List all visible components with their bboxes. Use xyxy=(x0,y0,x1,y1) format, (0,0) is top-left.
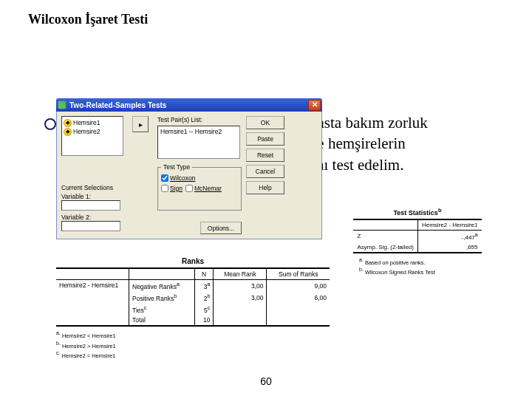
scale-icon: ◆ xyxy=(64,128,72,136)
foot-sup: b. xyxy=(359,267,364,272)
stat-value: ,655 xyxy=(417,242,481,253)
pair-item[interactable]: Hemsire1 -- Hemsire2 xyxy=(160,128,222,135)
page-number: 60 xyxy=(0,375,532,387)
list-item[interactable]: ◆Hemsire2 xyxy=(64,127,121,136)
row-label: Total xyxy=(129,315,195,326)
var1-label: Variable 1: xyxy=(61,193,119,200)
col-n: N xyxy=(195,268,214,280)
var1-field xyxy=(61,200,120,211)
row-mean: 3,00 xyxy=(214,292,267,304)
row-label: Negative Ranks xyxy=(132,283,177,290)
wilcoxon-input[interactable] xyxy=(161,174,168,182)
stats-title: Test Statisticsb xyxy=(347,207,488,216)
line2b: le hemşirelerin xyxy=(313,134,406,152)
stat-sup: a xyxy=(475,232,478,237)
row-mean xyxy=(214,315,267,326)
ranks-footnotes: a. Hemsire2 < Hemsire1 b. Hemsire2 > Hem… xyxy=(56,330,330,359)
var2-field xyxy=(61,221,120,231)
current-selections: Current Selections Variable 1: Variable … xyxy=(61,184,119,234)
foot-sup: c. xyxy=(56,350,60,355)
app-icon xyxy=(58,100,66,109)
foot-sup: a. xyxy=(56,330,61,335)
row-sum xyxy=(267,315,330,326)
line1b: hasta bakım zorluk xyxy=(310,114,428,132)
list-item[interactable]: ◆Hemsire1 xyxy=(64,118,121,127)
foot-text: Based on positive ranks. xyxy=(365,259,426,265)
row-nsup: a xyxy=(207,282,210,287)
scale-icon: ◆ xyxy=(64,119,72,127)
mcnemar-label: McNemar xyxy=(194,185,222,192)
foot-sup: a. xyxy=(359,257,364,262)
dialog-title: Two-Related-Samples Tests xyxy=(69,101,308,109)
spss-dialog: Two-Related-Samples Tests ✕ ◆Hemsire1 ◆H… xyxy=(56,98,322,239)
stats-title-sup: b xyxy=(438,207,442,214)
add-pair-button[interactable]: ▸ xyxy=(132,116,149,132)
sign-checkbox[interactable]: Sign xyxy=(161,185,183,192)
variable-list[interactable]: ◆Hemsire1 ◆Hemsire2 xyxy=(61,116,123,156)
table-row: Hemsire2 - Hemsire1 Negative Ranksa 3a 3… xyxy=(56,280,330,292)
mcnemar-input[interactable] xyxy=(185,185,193,192)
close-icon[interactable]: ✕ xyxy=(308,100,321,111)
options-button[interactable]: Options... xyxy=(200,222,242,234)
foot-text: Hemsire2 > Hemsire1 xyxy=(62,342,116,349)
dialog-body: ◆Hemsire1 ◆Hemsire2 Current Selections V… xyxy=(56,112,322,239)
foot-sup: b. xyxy=(56,341,61,346)
row-sup: b xyxy=(174,293,177,299)
row-sum: 9,00 xyxy=(267,280,330,292)
ranks-output: Ranks N Mean Rank Sum of Ranks Hemsire2 … xyxy=(56,257,330,359)
bullet-icon xyxy=(44,118,56,130)
dialog-titlebar[interactable]: Two-Related-Samples Tests ✕ xyxy=(56,98,322,112)
row-mean xyxy=(214,304,267,316)
sign-label: Sign xyxy=(170,185,183,192)
foot-text: Hemsire2 < Hemsire1 xyxy=(62,332,116,339)
ranks-table: N Mean Rank Sum of Ranks Hemsire2 - Hems… xyxy=(56,267,330,327)
cur-sel-label: Current Selections xyxy=(61,184,119,191)
row-sup: a xyxy=(177,282,180,287)
cancel-button[interactable]: Cancel xyxy=(246,165,284,178)
row-nsup: b xyxy=(207,293,210,299)
row-mean: 3,00 xyxy=(214,280,267,292)
col-mean: Mean Rank xyxy=(214,268,267,280)
table-row: Asymp. Sig. (2-tailed) ,655 xyxy=(353,242,481,253)
pair-column: Test Pair(s) List: Hemsire1 -- Hemsire2 … xyxy=(157,116,242,234)
var-label: Hemsire1 xyxy=(73,118,100,127)
foot-text: Hemsire2 = Hemsire1 xyxy=(62,352,116,358)
pair-list-label: Test Pair(s) List: xyxy=(157,116,242,123)
test-type-group: Test Type Wilcoxon Sign McNemar xyxy=(157,167,242,211)
row-label: Positive Ranks xyxy=(132,295,174,302)
stat-label: Z xyxy=(353,231,417,242)
var2-label: Variable 2: xyxy=(61,214,119,221)
button-column: OK Paste Reset Cancel Help xyxy=(246,116,284,234)
row-n: 10 xyxy=(195,315,214,326)
ok-button[interactable]: OK xyxy=(246,116,284,129)
transfer-controls: ▸ xyxy=(128,116,153,234)
ranks-title: Ranks xyxy=(56,257,330,265)
stats-output: Test Statisticsb Hemsire2 - Hemsire1 Z -… xyxy=(347,207,488,276)
group-label: Hemsire2 - Hemsire1 xyxy=(56,280,129,327)
stat-value: -,447 xyxy=(462,234,475,241)
pair-list[interactable]: Hemsire1 -- Hemsire2 xyxy=(157,126,240,159)
table-row: Z -,447a xyxy=(353,231,481,242)
col-sum: Sum of Ranks xyxy=(267,268,330,280)
stats-col: Hemsire2 - Hemsire1 xyxy=(417,219,481,231)
foot-text: Wilcoxon Signed Ranks Test xyxy=(365,268,435,275)
wilcoxon-checkbox[interactable]: Wilcoxon xyxy=(161,174,195,182)
row-nsup: c xyxy=(208,305,211,311)
sign-input[interactable] xyxy=(161,185,168,192)
line3b: ını test edelim. xyxy=(312,156,403,174)
stats-table: Hemsire2 - Hemsire1 Z -,447a Asymp. Sig.… xyxy=(353,219,481,253)
row-sup: c xyxy=(144,305,147,311)
reset-button[interactable]: Reset xyxy=(246,149,284,162)
help-button[interactable]: Help xyxy=(246,181,284,194)
paste-button[interactable]: Paste xyxy=(246,132,284,146)
mcnemar-checkbox[interactable]: McNemar xyxy=(185,185,222,192)
stats-footnotes: a. Based on positive ranks. b. Wilcoxon … xyxy=(359,256,488,276)
var-label: Hemsire2 xyxy=(73,127,100,136)
stat-label: Asymp. Sig. (2-tailed) xyxy=(353,242,417,253)
row-sum: 6,00 xyxy=(267,292,330,304)
row-sum xyxy=(267,304,330,316)
page-title: Wilcoxon İşaret Testi xyxy=(28,12,148,27)
wilcoxon-label: Wilcoxon xyxy=(170,174,195,182)
test-type-title: Test Type xyxy=(161,163,192,171)
row-label: Ties xyxy=(132,306,144,313)
